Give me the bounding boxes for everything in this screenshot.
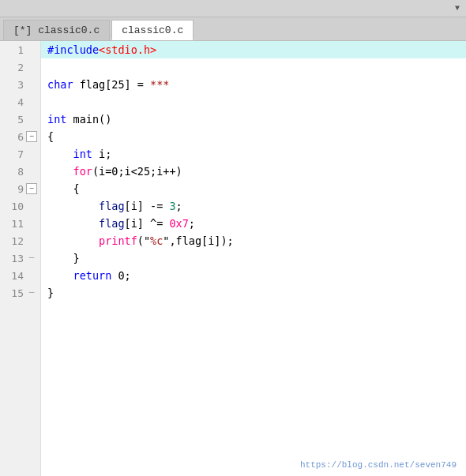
token-ident: flag	[99, 217, 125, 230]
tab-classic0-modified[interactable]: [*] classic0.c	[3, 20, 110, 40]
token-plain: {	[73, 182, 80, 195]
gutter-row: 13−	[0, 249, 40, 267]
token-plain: ;	[176, 200, 182, 212]
code-line: #include<stdio.h>	[41, 41, 466, 58]
gutter-row: 15−	[0, 284, 40, 302]
fold-end-marker: −	[26, 252, 37, 264]
line-number: 14	[6, 270, 24, 282]
editor: 123456−789−10111213−1415− #include<stdio…	[0, 41, 466, 476]
gutter-row: 7	[0, 145, 40, 163]
code-line: flag[i] -= 3;	[41, 197, 466, 215]
gutter-row: 1	[0, 41, 40, 58]
gutter-row: 11	[0, 215, 40, 232]
line-number: 2	[6, 62, 24, 73]
token-kw2: printf	[99, 234, 137, 247]
code-line: }	[41, 284, 466, 302]
code-line: for(i=0;i<25;i++)	[41, 163, 466, 180]
token-kw: char	[47, 78, 73, 91]
gutter-row: 9−	[0, 180, 40, 197]
line-number: 7	[6, 148, 24, 160]
token-plain: [i] ^=	[125, 217, 170, 230]
token-plain: ("	[137, 234, 150, 247]
token-plain: }	[73, 252, 80, 264]
gutter-row: 14	[0, 267, 40, 284]
token-plain: flag[25] =	[73, 78, 151, 91]
code-line	[41, 58, 466, 76]
code-line: flag[i] ^= 0x7;	[41, 215, 466, 232]
code-line: }	[41, 249, 466, 267]
token-kw2: 0x7	[169, 217, 188, 230]
token-ident: flag	[99, 200, 125, 212]
fold-button[interactable]: −	[26, 131, 37, 142]
line-number: 15	[6, 287, 24, 299]
window: ▼ [*] classic0.c classic0.c 123456−789−1…	[0, 0, 466, 476]
top-bar: ▼	[0, 0, 466, 17]
code-line: int i;	[41, 145, 466, 163]
line-number: 4	[6, 96, 24, 108]
gutter-row: 5	[0, 111, 40, 128]
token-kw2: for	[73, 165, 92, 178]
gutter-row: 10	[0, 197, 40, 215]
fold-button[interactable]: −	[26, 183, 37, 194]
token-plain: ;	[189, 217, 195, 230]
token-preproc: #include	[47, 43, 99, 56]
dropdown-arrow-icon[interactable]: ▼	[455, 4, 460, 13]
line-number: 6	[6, 131, 24, 143]
gutter-row: 12	[0, 232, 40, 249]
line-number: 10	[6, 201, 24, 212]
gutter-row: 2	[0, 58, 40, 76]
token-kw: return	[73, 269, 112, 282]
code-line	[41, 93, 466, 111]
line-number: 12	[6, 235, 24, 247]
line-number: 5	[6, 114, 24, 126]
code-line: int main()	[41, 111, 466, 128]
line-number: 9	[6, 183, 24, 195]
token-plain: 0;	[111, 269, 130, 282]
tab-bar: [*] classic0.c classic0.c	[0, 17, 466, 41]
code-area[interactable]: #include<stdio.h>char flag[25] = ***int …	[41, 41, 466, 476]
line-gutter: 123456−789−10111213−1415−	[0, 41, 41, 476]
line-number: 3	[6, 79, 24, 91]
tab-classic0[interactable]: classic0.c	[111, 20, 194, 40]
token-plain: main()	[66, 113, 111, 126]
token-kw: int	[47, 113, 66, 126]
code-line: char flag[25] = ***	[41, 76, 466, 93]
code-line: return 0;	[41, 267, 466, 284]
token-plain: ",flag[i]);	[163, 234, 233, 247]
code-line: {	[41, 180, 466, 197]
token-plain: {	[47, 130, 54, 143]
token-plain: i;	[92, 148, 111, 160]
token-plain: (i=0;i<25;i++)	[92, 165, 182, 178]
token-plain: }	[47, 287, 54, 299]
line-number: 13	[6, 253, 24, 264]
token-plain: [i] -=	[125, 200, 170, 212]
token-kw: int	[73, 148, 92, 160]
watermark: https://blog.csdn.net/seven749	[300, 460, 457, 470]
code-line: printf("%c",flag[i]);	[41, 232, 466, 249]
gutter-row: 8	[0, 163, 40, 180]
line-number: 11	[6, 218, 24, 230]
line-number: 8	[6, 166, 24, 178]
token-preproc-inc: <stdio.h>	[99, 43, 156, 56]
gutter-row: 3	[0, 76, 40, 93]
code-line: {	[41, 128, 466, 145]
gutter-row: 4	[0, 93, 40, 111]
line-number: 1	[6, 44, 24, 56]
gutter-row: 6−	[0, 128, 40, 145]
token-num: 3	[169, 200, 175, 212]
token-str: %c	[150, 234, 163, 247]
token-str: ***	[150, 78, 169, 91]
fold-end-marker: −	[26, 287, 37, 299]
